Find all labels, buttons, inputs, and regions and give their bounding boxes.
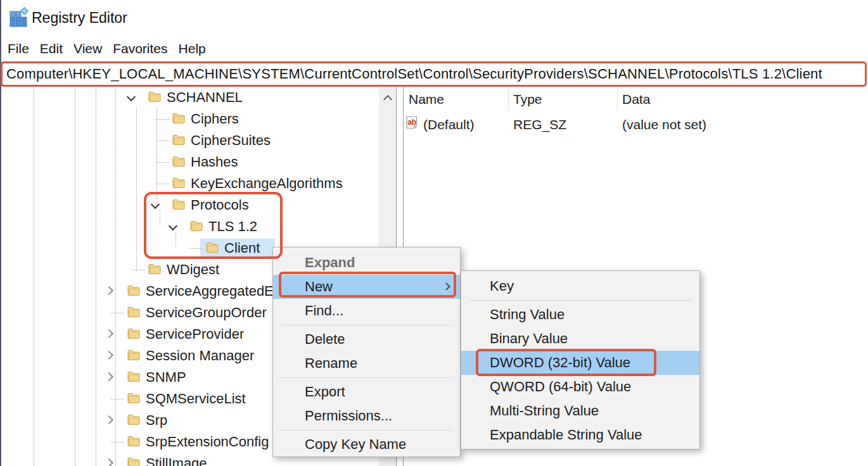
submenu-item-expandable-string-value[interactable]: Expandable String Value xyxy=(461,423,699,447)
menu-item-label: Multi-String Value xyxy=(490,403,599,419)
folder-icon xyxy=(127,349,140,363)
context-menu-item-expand[interactable]: Expand xyxy=(273,251,460,275)
menu-item-label: Find... xyxy=(305,303,343,318)
context-menu-item-permissions[interactable]: Permissions... xyxy=(273,404,460,428)
tree-item-hashes[interactable]: Hashes xyxy=(1,151,379,173)
folder-icon xyxy=(127,413,140,428)
tree-expander-icon[interactable] xyxy=(152,201,159,208)
tree-connector xyxy=(156,184,169,184)
tree-expander-icon[interactable] xyxy=(107,458,114,465)
folder-icon xyxy=(127,457,140,466)
tree-expander-icon[interactable] xyxy=(107,372,114,379)
menu-item-label: Export xyxy=(305,384,345,400)
address-bar-input[interactable] xyxy=(1,62,865,86)
tree-expander-icon[interactable] xyxy=(128,94,135,101)
column-divider[interactable] xyxy=(617,88,618,110)
context-menu-item-rename[interactable]: Rename xyxy=(273,351,460,375)
menu-item-label: Expandable String Value xyxy=(490,427,642,443)
string-value-icon: ab xyxy=(405,116,420,133)
menu-item-label: Copy Key Name xyxy=(305,436,406,452)
submenu-item-dword-32-bit-value[interactable]: DWORD (32-bit) Value xyxy=(461,351,699,375)
tree-item-label: KeyExchangeAlgorithms xyxy=(191,175,343,192)
tree-expander-icon[interactable] xyxy=(170,223,177,230)
tree-connector xyxy=(189,248,203,249)
menubar-item-edit[interactable]: Edit xyxy=(40,41,63,56)
submenu-item-key[interactable]: Key xyxy=(461,274,699,298)
folder-icon xyxy=(205,241,219,256)
menu-item-label: Delete xyxy=(305,331,345,347)
menu-separator xyxy=(461,298,699,303)
new-submenu: Key String Value Binary Value DWORD (32-… xyxy=(461,270,700,450)
tree-item-schannel[interactable]: SCHANNEL xyxy=(1,87,379,108)
menu-separator xyxy=(273,323,460,327)
tree-item-protocols[interactable]: Protocols xyxy=(1,194,379,216)
tree-item-label: TLS 1.2 xyxy=(208,218,257,235)
menubar-item-file[interactable]: File xyxy=(8,41,29,56)
values-header-row: NameTypeData xyxy=(404,87,868,111)
registry-editor-app-icon xyxy=(8,7,29,27)
submenu-arrow-icon xyxy=(444,283,450,289)
tree-expander-icon[interactable] xyxy=(107,351,114,358)
context-menu-item-new[interactable]: New xyxy=(273,275,460,299)
submenu-item-string-value[interactable]: String Value xyxy=(461,303,699,327)
tree-expander-icon[interactable] xyxy=(107,415,114,422)
submenu-item-binary-value[interactable]: Binary Value xyxy=(461,327,699,351)
context-menu-item-delete[interactable]: Delete xyxy=(273,327,460,351)
scroll-up-icon[interactable] xyxy=(384,94,390,101)
value-type: REG_SZ xyxy=(513,117,566,132)
tree-expander-icon[interactable] xyxy=(107,286,114,293)
column-header-data[interactable]: Data xyxy=(622,92,650,107)
tree-item-ciphers[interactable]: Ciphers xyxy=(1,108,379,130)
tree-connector xyxy=(156,141,169,141)
tree-item-label: Protocols xyxy=(191,197,249,213)
tree-expander-icon[interactable] xyxy=(107,329,114,336)
tree-item-label: SCHANNEL xyxy=(167,89,243,106)
submenu-item-multi-string-value[interactable]: Multi-String Value xyxy=(461,399,699,423)
folder-icon xyxy=(172,198,185,213)
tree-connector xyxy=(111,313,124,313)
tree-item-label: ServiceProvider xyxy=(146,326,244,343)
tree-connector xyxy=(156,162,169,163)
tree-item-ciphersuites[interactable]: CipherSuites xyxy=(1,130,379,151)
tree-item-label: SrpExtensionConfig xyxy=(146,434,269,450)
folder-icon xyxy=(172,177,185,191)
folder-icon xyxy=(127,284,140,299)
value-row[interactable]: ab (Default) REG_SZ (value not set) xyxy=(404,115,868,135)
folder-icon xyxy=(127,306,140,320)
menu-separator xyxy=(273,428,460,432)
column-divider[interactable] xyxy=(508,88,509,110)
menu-item-label: QWORD (64-bit) Value xyxy=(490,379,631,394)
tree-item-tls-1-2[interactable]: TLS 1.2 xyxy=(1,216,379,237)
context-menu-item-export[interactable]: Export xyxy=(273,380,460,404)
tree-item-label: SQMServiceList xyxy=(146,391,246,407)
menubar-item-favorites[interactable]: Favorites xyxy=(113,41,167,56)
tree-item-label: ServiceGroupOrder xyxy=(146,305,267,321)
menu-item-label: Binary Value xyxy=(490,331,568,346)
tree-item-label: Ciphers xyxy=(191,111,239,127)
tree-connector xyxy=(156,119,169,120)
tree-item-keyexchangealgorithms[interactable]: KeyExchangeAlgorithms xyxy=(1,173,379,194)
value-data: (value not set) xyxy=(622,117,706,132)
tree-item-label: SNMP xyxy=(146,369,186,386)
menu-item-label: Permissions... xyxy=(305,408,392,424)
column-header-type[interactable]: Type xyxy=(513,92,542,107)
value-name: (Default) xyxy=(423,117,475,132)
folder-icon xyxy=(127,392,140,406)
menu-item-label: Key xyxy=(490,278,514,294)
tree-item-label: Hashes xyxy=(191,154,238,170)
tree-connector xyxy=(111,442,124,443)
tree-item-label: Client xyxy=(224,240,260,256)
submenu-item-qword-64-bit-value[interactable]: QWORD (64-bit) Value xyxy=(461,375,699,399)
folder-icon xyxy=(172,134,185,148)
tree-item-label: Session Manager xyxy=(146,348,254,364)
menu-item-label: Rename xyxy=(305,355,357,371)
context-menu-item-find[interactable]: Find... xyxy=(273,299,460,323)
menubar-item-view[interactable]: View xyxy=(73,41,102,56)
tree-item-label: WDigest xyxy=(167,261,219,278)
menubar-item-help[interactable]: Help xyxy=(179,41,206,56)
folder-icon xyxy=(127,327,140,342)
tree-connector xyxy=(111,399,124,400)
column-header-name[interactable]: Name xyxy=(409,92,444,107)
context-menu-item-copy-key-name[interactable]: Copy Key Name xyxy=(273,432,460,457)
menu-bar: FileEditViewFavoritesHelp xyxy=(8,37,206,61)
